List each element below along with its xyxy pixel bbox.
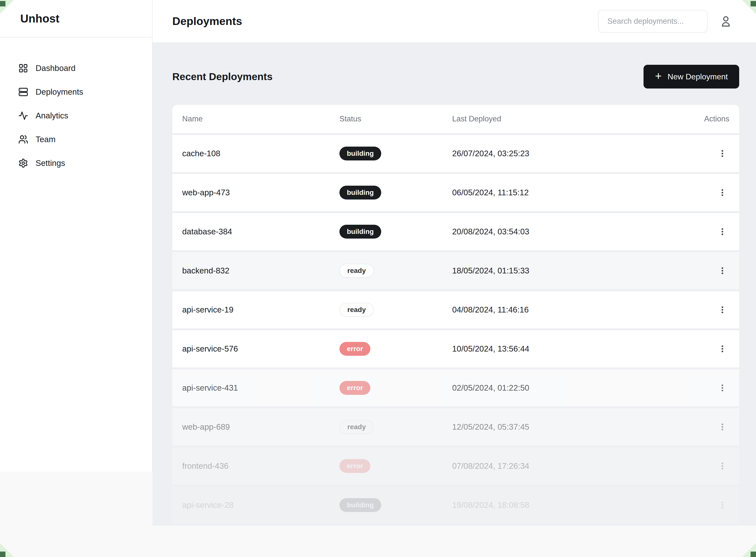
table-row[interactable]: web-app-473 building 06/05/2024, 11:15:1… <box>172 174 739 211</box>
actions-cell <box>695 422 729 432</box>
table-row[interactable]: api-service-28 building 19/08/2024, 18:0… <box>172 487 739 524</box>
deployment-name: web-app-689 <box>182 422 340 432</box>
actions-cell <box>695 383 729 392</box>
table-row[interactable]: api-service-431 error 02/05/2024, 01:22:… <box>172 369 739 406</box>
deployment-name: api-service-28 <box>182 500 340 510</box>
sidebar-item-label: Dashboard <box>36 63 76 73</box>
user-icon[interactable] <box>719 15 732 28</box>
table-body: cache-108 building 26/07/2024, 03:25:23 … <box>172 135 739 524</box>
table-header-row: Name Status Last Deployed Actions <box>172 105 739 133</box>
sidebar-item-team[interactable]: Team <box>0 127 152 151</box>
status-cell: ready <box>340 264 452 277</box>
status-badge: error <box>340 342 370 356</box>
actions-cell <box>695 462 729 470</box>
kebab-menu-icon[interactable] <box>718 422 727 432</box>
actions-cell <box>695 266 729 275</box>
status-cell: building <box>340 147 452 160</box>
status-cell: ready <box>340 303 452 317</box>
status-badge: ready <box>340 303 374 317</box>
last-deployed: 10/05/2024, 13:56:44 <box>452 344 695 354</box>
last-deployed: 19/08/2024, 18:08:58 <box>452 500 695 510</box>
deployment-name: database-384 <box>182 227 340 236</box>
column-header-name: Name <box>182 114 340 123</box>
sidebar-item-label: Analytics <box>36 111 68 120</box>
logo-section: Unhost <box>0 0 152 37</box>
users-icon <box>18 135 28 144</box>
last-deployed: 12/05/2024, 05:37:45 <box>452 422 695 432</box>
status-cell: ready <box>340 420 452 434</box>
actions-cell <box>695 344 729 353</box>
sidebar-item-dashboard[interactable]: Dashboard <box>0 56 152 80</box>
page-title: Deployments <box>172 15 242 28</box>
corner-marker-bottom-right-dot <box>751 552 756 557</box>
status-cell: building <box>340 498 452 512</box>
table-row[interactable]: api-service-576 error 10/05/2024, 13:56:… <box>172 330 739 368</box>
table-row[interactable]: database-384 building 20/08/2024, 03:54:… <box>172 213 739 250</box>
sidebar-item-deployments[interactable]: Deployments <box>0 80 152 104</box>
table-row[interactable]: web-app-689 ready 12/05/2024, 05:37:45 <box>172 408 739 445</box>
main-area: Deployments Recent Deployments + New Dep… <box>152 0 756 472</box>
kebab-menu-icon[interactable] <box>718 149 727 158</box>
deployment-name: api-service-576 <box>182 344 340 354</box>
section-title: Recent Deployments <box>172 71 273 83</box>
deployments-table: Name Status Last Deployed Actions cache-… <box>172 105 739 524</box>
server-icon <box>18 87 28 97</box>
kebab-menu-icon[interactable] <box>718 462 727 470</box>
table-row[interactable]: cache-108 building 26/07/2024, 03:25:23 <box>172 135 739 172</box>
status-badge: building <box>340 147 381 160</box>
last-deployed: 07/08/2024, 17:26:34 <box>452 461 695 471</box>
kebab-menu-icon[interactable] <box>718 266 727 275</box>
corner-marker-top-left-dot <box>0 1 5 6</box>
status-cell: error <box>340 381 452 395</box>
sidebar-item-analytics[interactable]: Analytics <box>0 104 152 127</box>
actions-cell <box>695 501 729 509</box>
sidebar-item-settings[interactable]: Settings <box>0 151 152 175</box>
kebab-menu-icon[interactable] <box>718 227 727 236</box>
deployment-name: api-service-19 <box>182 305 340 315</box>
new-deployment-button[interactable]: + New Deployment <box>643 65 739 89</box>
sidebar: Unhost Dashboard Deployments Analytics <box>0 0 152 472</box>
last-deployed: 18/05/2024, 01:15:33 <box>452 266 695 275</box>
actions-cell <box>695 227 729 236</box>
last-deployed: 06/05/2024, 11:15:12 <box>452 188 695 197</box>
deployment-name: api-service-431 <box>182 383 340 392</box>
sidebar-item-label: Deployments <box>36 87 83 97</box>
actions-cell <box>695 149 729 158</box>
last-deployed: 26/07/2024, 03:25:23 <box>452 149 695 158</box>
kebab-menu-icon[interactable] <box>718 383 727 392</box>
status-badge: building <box>340 186 381 200</box>
content-header: Recent Deployments + New Deployment <box>172 65 739 89</box>
deployment-name: cache-108 <box>182 149 340 158</box>
kebab-menu-icon[interactable] <box>718 344 727 353</box>
brand-logo: Unhost <box>20 12 59 25</box>
status-cell: building <box>340 186 452 200</box>
column-header-last-deployed: Last Deployed <box>452 114 695 123</box>
page: { "brand": "Unhost", "sidebar": { "items… <box>0 0 756 557</box>
sidebar-item-label: Settings <box>36 158 65 168</box>
search-input[interactable] <box>598 10 707 33</box>
status-cell: error <box>340 342 452 356</box>
status-badge: building <box>340 498 381 512</box>
status-cell: error <box>340 459 452 473</box>
activity-icon <box>18 111 28 121</box>
status-cell: building <box>340 225 452 239</box>
actions-cell <box>695 305 729 314</box>
sidebar-item-label: Team <box>36 135 56 144</box>
app-window: Unhost Dashboard Deployments Analytics <box>0 0 756 472</box>
deployment-name: frontend-436 <box>182 461 340 471</box>
kebab-menu-icon[interactable] <box>718 305 727 314</box>
table-row[interactable]: api-service-19 ready 04/08/2024, 11:46:1… <box>172 291 739 328</box>
table-row[interactable]: frontend-436 error 07/08/2024, 17:26:34 <box>172 447 739 485</box>
last-deployed: 02/05/2024, 01:22:50 <box>452 383 695 392</box>
corner-marker-top-right-dot <box>751 1 756 6</box>
table-row[interactable]: backend-832 ready 18/05/2024, 01:15:33 <box>172 252 739 289</box>
content-area: Recent Deployments + New Deployment Name… <box>152 43 756 526</box>
actions-cell <box>695 188 729 197</box>
deployment-name: backend-832 <box>182 266 340 275</box>
corner-marker-bottom-left-dot <box>0 552 5 557</box>
status-badge: error <box>340 381 370 395</box>
header-actions <box>598 10 732 33</box>
kebab-menu-icon[interactable] <box>718 501 727 509</box>
kebab-menu-icon[interactable] <box>718 188 727 197</box>
status-badge: error <box>340 459 370 473</box>
